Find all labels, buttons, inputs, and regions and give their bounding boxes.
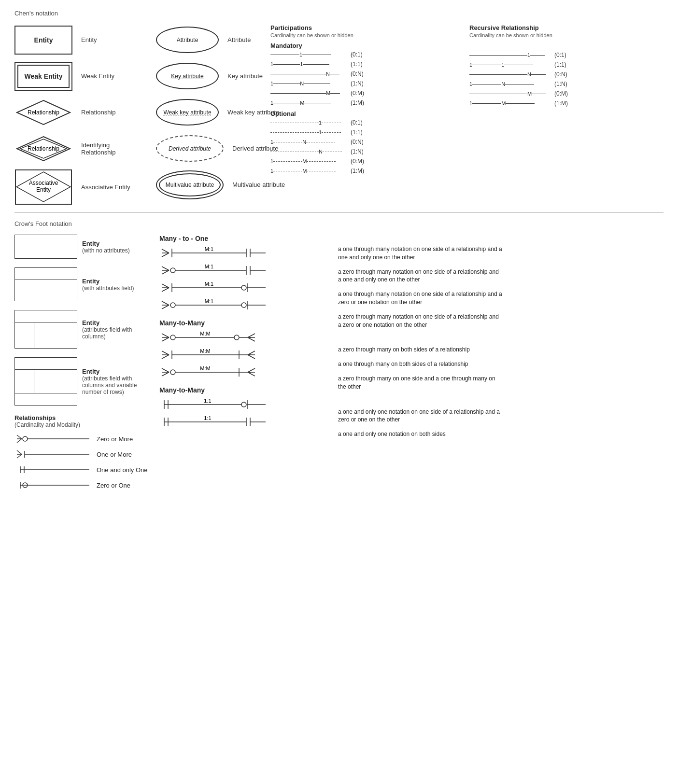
svg-line-43 xyxy=(162,284,169,288)
svg-line-72 xyxy=(162,351,169,355)
svg-line-84 xyxy=(162,372,169,376)
svg-text:M:M: M:M xyxy=(200,365,210,371)
mm-desc-0: a zero through many on both sides of a r… xyxy=(338,346,502,354)
cf-entity-plain-label: Entity (with no attributes) xyxy=(82,240,130,254)
relationship-row: Relationship Relationship xyxy=(14,97,144,128)
svg-line-81 xyxy=(248,355,255,359)
cf-entity-cols-row: Entity (attributes field with columns) xyxy=(14,310,150,349)
svg-line-53 xyxy=(162,305,169,309)
m1-1-svg: M:1 xyxy=(159,264,275,277)
one-only-label: One and only One xyxy=(97,466,148,474)
mm-desc-1: a one through many on both sides of a re… xyxy=(338,360,502,368)
svg-point-12 xyxy=(23,436,28,441)
svg-line-92 xyxy=(248,372,255,376)
part-mandatory-3: 1 N (1:N) xyxy=(270,80,465,87)
optional-label: Optional xyxy=(270,110,465,117)
m1-0-svg: M:1 xyxy=(159,246,275,260)
zero-more-svg xyxy=(14,433,92,445)
identifying-relationship-shape: Relationship xyxy=(14,134,72,163)
11-0-svg: 1:1 xyxy=(159,398,275,411)
cf-entity-cols-shape xyxy=(14,310,77,349)
svg-line-70 xyxy=(248,337,255,341)
top-area: Entity Entity Weak Entity Weak Entity xyxy=(14,24,664,205)
entity-shape: Entity xyxy=(14,26,72,55)
part-mandatory-4: M (0:M) xyxy=(270,90,465,97)
recursive-title: Recursive Relationship xyxy=(469,24,664,31)
svg-text:1:1: 1:1 xyxy=(204,398,211,404)
relationships-sub: (Cardinality and Modality) xyxy=(14,421,150,428)
sym-one-only: One and only One xyxy=(14,464,150,476)
m1-row-3: M:1 xyxy=(159,298,328,312)
zero-one-svg xyxy=(14,479,92,491)
11-desc-1: a one and only one notation on both side… xyxy=(338,430,502,438)
identifying-relationship-row: Relationship Identifying Relationship xyxy=(14,133,144,164)
svg-text:M:M: M:M xyxy=(200,348,210,354)
m1-2-svg: M:1 xyxy=(159,281,275,294)
crows-mid-col: Many - to - One M:1 xyxy=(159,235,328,495)
mm-row-2: M:M xyxy=(159,365,328,379)
sym-zero-more: Zero or More xyxy=(14,433,150,445)
chens-two-col: Entity Entity Weak Entity Weak Entity xyxy=(14,24,266,205)
rec-1: 1 1 (1:1) xyxy=(469,61,664,68)
svg-line-61 xyxy=(162,334,169,337)
svg-line-26 xyxy=(162,253,169,257)
one-only-svg xyxy=(14,464,92,476)
cf-entity-attrs-shape xyxy=(14,267,77,301)
svg-line-44 xyxy=(162,288,169,292)
participations-title: Participations xyxy=(270,24,465,31)
entity-row: Entity Entity xyxy=(14,24,144,56)
svg-text:Relationship: Relationship xyxy=(27,145,59,152)
zero-one-label: Zero or One xyxy=(97,482,130,489)
associative-entity-shape: Associative Entity xyxy=(14,169,72,205)
cf-entity-varrows-label: Entity (attributes field with columns an… xyxy=(82,368,145,395)
one-more-svg xyxy=(14,448,92,460)
mm-0-svg: M:M xyxy=(159,331,275,344)
symbols-section: Zero or More One or More xyxy=(14,433,150,491)
svg-line-80 xyxy=(248,351,255,355)
svg-point-49 xyxy=(241,285,246,290)
m1-row-0: M:1 xyxy=(159,246,328,260)
svg-text:M:M: M:M xyxy=(200,331,210,336)
part-optional-4: 1 M (0:M) xyxy=(270,158,465,165)
m1-desc-0: a one through many notation on one side … xyxy=(338,245,502,262)
relationship-diamond: Relationship xyxy=(14,98,72,127)
entities-col: Entity Entity Weak Entity Weak Entity xyxy=(14,24,144,205)
entity-label: Entity xyxy=(81,36,144,43)
part-optional-2: 1 N (0:N) xyxy=(270,139,465,145)
derived-attribute-oval: Derived attribute xyxy=(156,135,224,162)
recursive-subtitle: Cardinality can be shown or hidden xyxy=(469,32,664,38)
one-to-one-section-title: Many-to-Many xyxy=(159,386,328,394)
rec-3: 1 N (1:N) xyxy=(469,81,664,87)
cf-entity-varrows-row: Entity (attributes field with columns an… xyxy=(14,357,150,406)
participations-subtitle: Cardinality can be shown or hidden xyxy=(270,32,465,38)
part-optional-3: N (1:N) xyxy=(270,148,465,155)
mm-row-0: M:M xyxy=(159,331,328,344)
11-row-1: 1:1 xyxy=(159,415,328,429)
sym-one-more: One or More xyxy=(14,448,150,460)
mm-2-svg: M:M xyxy=(159,365,275,379)
weak-entity-shape: Weak Entity xyxy=(14,62,72,91)
crows-bottom-area: Entity (with no attributes) Entity (with… xyxy=(14,235,664,495)
svg-line-69 xyxy=(248,334,255,337)
associative-diamond-svg: Associative Entity xyxy=(14,169,72,205)
crows-title: Crow's Foot notation xyxy=(14,220,664,227)
svg-point-86 xyxy=(170,370,175,375)
cf-entity-plain-shape xyxy=(14,235,77,259)
one-more-label: One or More xyxy=(97,451,132,458)
relationship-label: Relationship xyxy=(81,109,144,116)
svg-line-15 xyxy=(17,454,22,458)
svg-text:Entity: Entity xyxy=(36,186,51,193)
rec-4: M (0:M) xyxy=(469,90,664,97)
cf-entity-varrows-shape xyxy=(14,357,77,406)
part-mandatory-2: N (0:N) xyxy=(270,70,465,77)
part-optional-1: 1 (1:1) xyxy=(270,129,465,136)
rec-0: 1 (0:1) xyxy=(469,52,664,58)
svg-point-98 xyxy=(241,402,246,407)
svg-line-52 xyxy=(162,301,169,305)
11-desc-0: a one and only one notation on one side … xyxy=(338,408,502,424)
sym-zero-one: Zero or One xyxy=(14,479,150,491)
svg-line-10 xyxy=(17,439,22,443)
relationship-diamond-svg: Relationship xyxy=(16,99,71,126)
svg-line-9 xyxy=(17,435,22,439)
svg-text:M:1: M:1 xyxy=(205,281,213,287)
